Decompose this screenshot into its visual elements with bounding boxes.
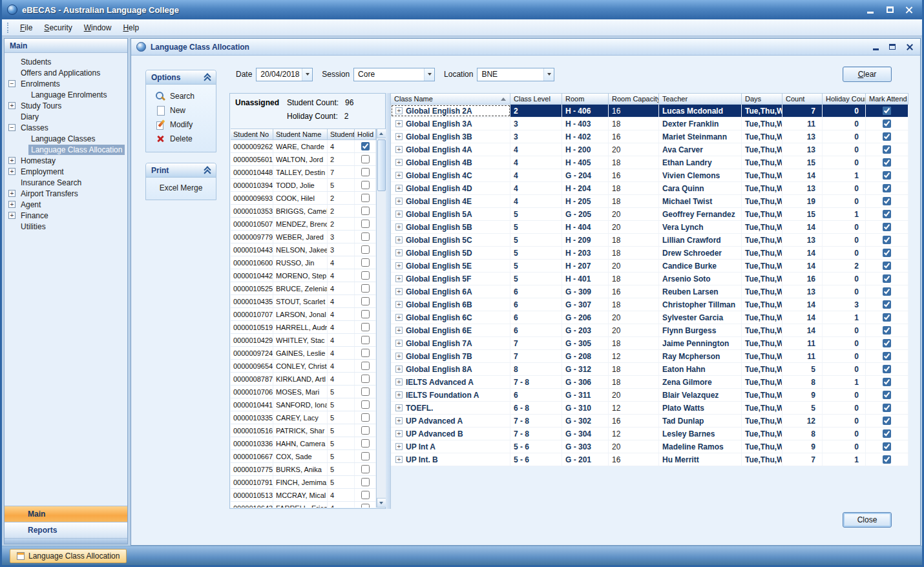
print-panel-header[interactable]: Print (146, 163, 216, 178)
class-row[interactable]: +Global English 5E5H - 20720Candice Burk… (391, 260, 908, 273)
class-row[interactable]: +Global English 5D5H - 20318Drew Schroed… (391, 247, 908, 260)
expand-plus-icon[interactable]: + (395, 404, 403, 411)
class-row[interactable]: +Global English 6C6G - 20620Sylvester Ga… (391, 311, 908, 324)
expand-plus-icon[interactable]: + (395, 159, 403, 166)
class-row[interactable]: +Global English 2A2H - 40616Lucas Mcdona… (391, 105, 908, 118)
col-student-no[interactable]: Student No (231, 129, 273, 140)
options-panel-header[interactable]: Options (146, 70, 216, 85)
mark-attendance-checkbox[interactable] (883, 339, 891, 347)
holiday-checkbox[interactable] (361, 336, 370, 344)
mark-attendance-checkbox[interactable] (883, 171, 891, 180)
student-row[interactable]: 0000010353BRIGGS, Camel2 (231, 205, 376, 218)
expand-plus-icon[interactable]: + (395, 172, 403, 179)
col-count[interactable]: Count (782, 93, 823, 105)
sidebar-item-employment[interactable]: +Employment (5, 166, 127, 177)
mark-attendance-checkbox[interactable] (883, 119, 891, 128)
col-room-capacity[interactable]: Room Capacity (609, 93, 659, 105)
student-row[interactable]: 0000010394TODD, Jolie5 (231, 179, 376, 192)
collapse-minus-icon[interactable]: − (8, 80, 16, 87)
session-dropdown-button[interactable] (424, 68, 434, 81)
class-row[interactable]: +Global English 3A3H - 40318Dexter Frank… (391, 118, 908, 130)
student-row[interactable]: 0000010643FARRELL, Erica4 (231, 502, 376, 508)
col-class-level[interactable]: Class Level (510, 93, 562, 105)
class-row[interactable]: +UP Advanced B7 - 8G - 30412Lesley Barne… (391, 428, 908, 440)
class-row[interactable]: +UP Int A5 - 6G - 30320Madeline RamosTue… (391, 440, 908, 453)
expand-plus-icon[interactable]: + (395, 353, 403, 360)
student-row[interactable]: 0000010429WHITLEY, Stac4 (231, 334, 376, 347)
expand-plus-icon[interactable]: + (8, 190, 16, 197)
sidebar-item-agent[interactable]: +Agent (5, 199, 127, 210)
holiday-checkbox[interactable] (361, 465, 370, 473)
class-row[interactable]: +Global English 4C4G - 20416Vivien Clemo… (391, 169, 908, 182)
mark-attendance-checkbox[interactable] (883, 132, 891, 141)
clear-button[interactable]: Clear (843, 67, 892, 82)
expand-plus-icon[interactable]: + (8, 157, 16, 164)
student-row[interactable]: 0000008787KIRKLAND, Artl4 (231, 373, 376, 386)
col-mark-attendance[interactable]: Mark Attend (866, 93, 908, 105)
option-search-button[interactable]: Search (155, 89, 216, 103)
sidebar-item-students[interactable]: Students (5, 56, 127, 67)
sidebar-footer-main[interactable]: Main (5, 506, 127, 522)
class-row[interactable]: +Global English 4D4H - 20418Cara QuinnTu… (391, 182, 908, 195)
class-row[interactable]: +Global English 6E6G - 20320Flynn Burges… (391, 324, 908, 337)
mark-attendance-checkbox[interactable] (883, 236, 891, 244)
student-row[interactable]: 0000009654CONLEY, Christ4 (231, 360, 376, 373)
expand-plus-icon[interactable]: + (395, 327, 403, 334)
taskbar-item[interactable]: Language Class Allocation (10, 549, 127, 563)
location-select[interactable]: BNE (477, 68, 554, 81)
mark-attendance-checkbox[interactable] (883, 455, 891, 464)
student-row[interactable]: 0000010516PATRICK, Shar5 (231, 424, 376, 437)
class-row[interactable]: +Global English 5B5H - 40420Vera LynchTu… (391, 221, 908, 234)
mark-attendance-checkbox[interactable] (883, 287, 891, 296)
student-row[interactable]: 0000010448TALLEY, Destin7 (231, 166, 376, 179)
mark-attendance-checkbox[interactable] (883, 107, 891, 115)
expand-plus-icon[interactable]: + (8, 102, 16, 109)
close-button[interactable] (901, 4, 917, 15)
expand-plus-icon[interactable]: + (395, 443, 403, 450)
option-modify-button[interactable]: Modify (155, 118, 216, 132)
scroll-down-button[interactable] (377, 498, 386, 508)
sidebar-item-classes[interactable]: −Classes (5, 122, 127, 133)
class-row[interactable]: +Global English 5C5H - 20918Lillian Craw… (391, 234, 908, 247)
sidebar-item-utilities[interactable]: Utilities (5, 221, 127, 232)
maximize-button[interactable] (882, 4, 898, 15)
holiday-checkbox[interactable] (361, 478, 370, 486)
class-row[interactable]: +IELTS Advanced A7 - 8G - 30618Zena Gilm… (391, 376, 908, 389)
student-row[interactable]: 0000009262WARE, Charde4 (231, 140, 376, 153)
class-row[interactable]: +TOEFL.6 - 8G - 31012Plato WattsTue,Thu,… (391, 402, 908, 415)
mark-attendance-checkbox[interactable] (883, 274, 891, 283)
expand-plus-icon[interactable]: + (395, 249, 403, 256)
session-select[interactable]: Core (353, 68, 435, 81)
student-row[interactable]: 0000010775BURKS, Anika5 (231, 463, 376, 476)
expand-plus-icon[interactable]: + (395, 417, 403, 424)
col-holiday-count[interactable]: Holiday Cour (823, 93, 866, 105)
mark-attendance-checkbox[interactable] (883, 249, 891, 257)
holiday-checkbox[interactable] (361, 245, 370, 254)
expand-plus-icon[interactable]: + (395, 120, 403, 127)
student-row[interactable]: 0000010435STOUT, Scarlet4 (231, 295, 376, 308)
holiday-checkbox[interactable] (361, 491, 370, 499)
expand-plus-icon[interactable]: + (8, 201, 16, 208)
student-row[interactable]: 0000010507MENDEZ, Brenc2 (231, 218, 376, 231)
mark-attendance-checkbox[interactable] (883, 197, 891, 205)
holiday-checkbox[interactable] (361, 271, 370, 280)
mark-attendance-checkbox[interactable] (883, 404, 891, 412)
mark-attendance-checkbox[interactable] (883, 417, 891, 425)
class-row[interactable]: +IELTS Foundation A6G - 31120Blair Velaz… (391, 389, 908, 402)
col-holiday[interactable]: Holid (355, 129, 376, 140)
expand-plus-icon[interactable]: + (395, 391, 403, 398)
expand-plus-icon[interactable]: + (8, 212, 16, 219)
mark-attendance-checkbox[interactable] (883, 158, 891, 167)
sidebar-item-offers-and-applications[interactable]: Offers and Applications (5, 67, 127, 78)
expand-plus-icon[interactable]: + (395, 275, 403, 282)
scroll-up-button[interactable] (377, 129, 386, 138)
expand-plus-icon[interactable]: + (395, 456, 403, 463)
col-days[interactable]: Days (742, 93, 782, 105)
excel-merge-button[interactable]: Excel Merge (146, 178, 216, 200)
sidebar-item-homestay[interactable]: +Homestay (5, 155, 127, 166)
holiday-checkbox[interactable] (361, 232, 370, 241)
expand-plus-icon[interactable]: + (395, 133, 403, 140)
expand-plus-icon[interactable]: + (395, 430, 403, 437)
menu-window[interactable]: Window (78, 21, 118, 35)
expand-plus-icon[interactable]: + (395, 236, 403, 243)
